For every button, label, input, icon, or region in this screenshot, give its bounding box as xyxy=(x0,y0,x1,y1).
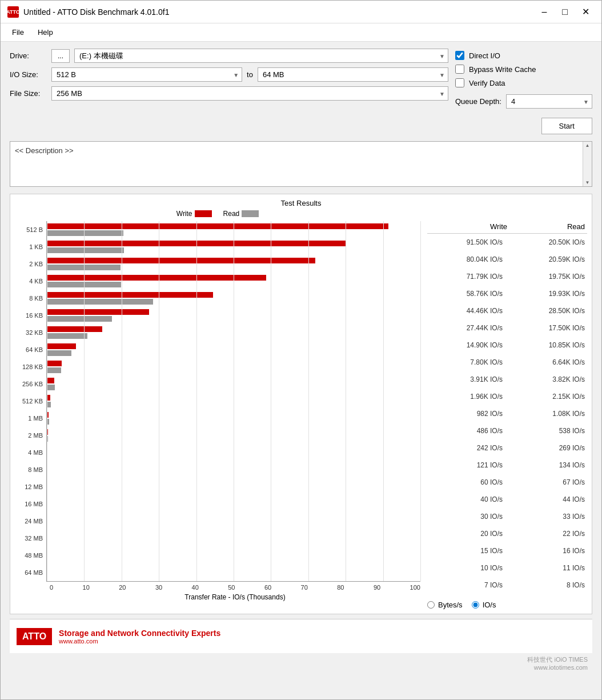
read-value: 33 IO/s xyxy=(507,513,585,521)
read-value: 8 IO/s xyxy=(507,581,585,589)
read-bar xyxy=(47,265,121,270)
write-value: 80.04K IO/s xyxy=(430,255,507,263)
direct-io-label: Direct I/O xyxy=(469,51,500,60)
write-value: 71.79K IO/s xyxy=(430,273,507,281)
y-label: 128 KB xyxy=(15,358,43,375)
bypass-write-cache-row: Bypass Write Cache xyxy=(455,65,592,74)
queue-depth-select[interactable]: 4 xyxy=(506,94,592,109)
bar-row xyxy=(47,255,420,273)
write-value: 44.46K IO/s xyxy=(430,307,507,315)
drive-select[interactable]: (E:) 本機磁碟 xyxy=(74,49,448,63)
write-value: 20 IO/s xyxy=(430,530,507,538)
bar-row xyxy=(47,290,420,307)
write-value: 982 IO/s xyxy=(430,410,507,418)
table-data-row: 40 IO/s44 IO/s xyxy=(427,491,587,508)
write-value: 40 IO/s xyxy=(430,495,507,503)
table-data-row: 27.44K IO/s17.50K IO/s xyxy=(427,319,587,337)
y-label: 4 MB xyxy=(15,444,43,461)
write-bar xyxy=(47,309,149,315)
bar-row xyxy=(47,461,420,478)
menu-file[interactable]: File xyxy=(5,26,31,39)
x-tick: 60 xyxy=(264,584,271,591)
close-button[interactable]: ✕ xyxy=(576,4,595,20)
write-bar xyxy=(47,446,47,452)
io-size-to-select[interactable]: 64 MB xyxy=(258,67,448,82)
window-title: Untitled - ATTO Disk Benchmark 4.01.0f1 xyxy=(23,7,169,17)
read-bar xyxy=(47,299,153,305)
units-row: Bytes/s IO/s xyxy=(427,601,587,609)
watermark: 科技世代 iOiO TIMES www.iototimes.com xyxy=(10,653,592,673)
read-value: 1.08K IO/s xyxy=(507,410,585,418)
minimize-button[interactable]: – xyxy=(535,4,553,20)
queue-depth-row: Queue Depth: 4 ▼ xyxy=(455,94,592,109)
write-bar xyxy=(47,275,266,281)
x-tick: 0 xyxy=(50,584,53,591)
io-radio[interactable] xyxy=(472,601,479,609)
start-button[interactable]: Start xyxy=(541,118,592,134)
scroll-down-arrow[interactable]: ▼ xyxy=(585,180,590,185)
write-value: 7.80K IO/s xyxy=(430,358,507,366)
read-value: 2.15K IO/s xyxy=(507,393,585,401)
bar-row xyxy=(47,478,420,495)
write-header: Write xyxy=(430,222,507,231)
browse-button[interactable]: ... xyxy=(51,49,70,63)
x-ticks: 0102030405060708090100 xyxy=(50,584,420,591)
read-value: 6.64K IO/s xyxy=(507,358,585,366)
write-bar xyxy=(47,223,388,229)
bar-row xyxy=(47,444,420,461)
read-bar xyxy=(47,453,47,459)
drive-row: Drive: ... (E:) 本機磁碟 ▼ xyxy=(10,49,448,63)
queue-depth-label: Queue Depth: xyxy=(455,97,501,106)
bottom-banner: ATTO Storage and Network Connectivity Ex… xyxy=(10,619,592,653)
bar-row xyxy=(47,495,420,513)
left-controls: Drive: ... (E:) 本機磁碟 ▼ I/O Size: xyxy=(10,49,448,134)
chart-legend: Write Read xyxy=(15,210,420,218)
write-bar xyxy=(47,258,315,263)
table-data-row: 3.91K IO/s3.82K IO/s xyxy=(427,371,587,388)
watermark-line1: 科技世代 iOiO TIMES xyxy=(14,655,588,664)
bytes-radio[interactable] xyxy=(427,601,435,609)
write-value: 242 IO/s xyxy=(430,444,507,452)
y-label: 1 MB xyxy=(15,410,43,427)
data-rows: 91.50K IO/s20.50K IO/s80.04K IO/s20.59K … xyxy=(427,234,587,594)
table-data-row: 242 IO/s269 IO/s xyxy=(427,439,587,457)
write-bar xyxy=(47,412,49,418)
read-legend-color xyxy=(242,210,259,217)
chart-area: Write Read 512 B1 KB2 KB4 KB8 KB16 xyxy=(15,210,420,609)
table-data-row: 982 IO/s1.08K IO/s xyxy=(427,405,587,422)
verify-data-checkbox[interactable] xyxy=(455,78,464,87)
io-size-from-select[interactable]: 512 B xyxy=(51,67,242,82)
table-data-row: 14.90K IO/s10.85K IO/s xyxy=(427,337,587,354)
bytes-label: Bytes/s xyxy=(438,601,463,609)
description-box: << Description >> ▲ ▼ xyxy=(10,141,592,187)
app-icon-text: ATTO xyxy=(6,9,20,15)
maximize-button[interactable]: □ xyxy=(556,4,574,20)
read-value: 28.50K IO/s xyxy=(507,307,585,315)
banner-main-text: Storage and Network Connectivity Experts xyxy=(59,629,220,638)
file-size-select[interactable]: 256 MB xyxy=(51,86,448,101)
write-value: 1.96K IO/s xyxy=(430,393,507,401)
bar-row xyxy=(47,513,420,530)
read-bar xyxy=(47,402,51,407)
write-value: 27.44K IO/s xyxy=(430,324,507,332)
menu-help[interactable]: Help xyxy=(31,26,60,39)
bypass-write-cache-checkbox[interactable] xyxy=(455,65,464,74)
direct-io-checkbox[interactable] xyxy=(455,51,464,60)
app-icon: ATTO xyxy=(7,6,19,18)
write-legend-color xyxy=(195,210,212,217)
read-header: Read xyxy=(507,222,585,231)
io-size-from-wrapper: 512 B ▼ xyxy=(51,67,242,82)
write-bar xyxy=(47,361,62,366)
read-value: 19.93K IO/s xyxy=(507,290,585,298)
read-bar xyxy=(47,436,48,442)
io-label: IO/s xyxy=(483,601,496,609)
write-value: 60 IO/s xyxy=(430,478,507,486)
io-radio-item: IO/s xyxy=(472,601,496,609)
write-bar xyxy=(47,429,48,435)
y-label: 64 KB xyxy=(15,341,43,358)
table-data-row: 80.04K IO/s20.59K IO/s xyxy=(427,251,587,268)
bar-row xyxy=(47,307,420,324)
y-label: 256 KB xyxy=(15,375,43,393)
write-value: 121 IO/s xyxy=(430,461,507,469)
scroll-up-arrow[interactable]: ▲ xyxy=(585,143,590,148)
